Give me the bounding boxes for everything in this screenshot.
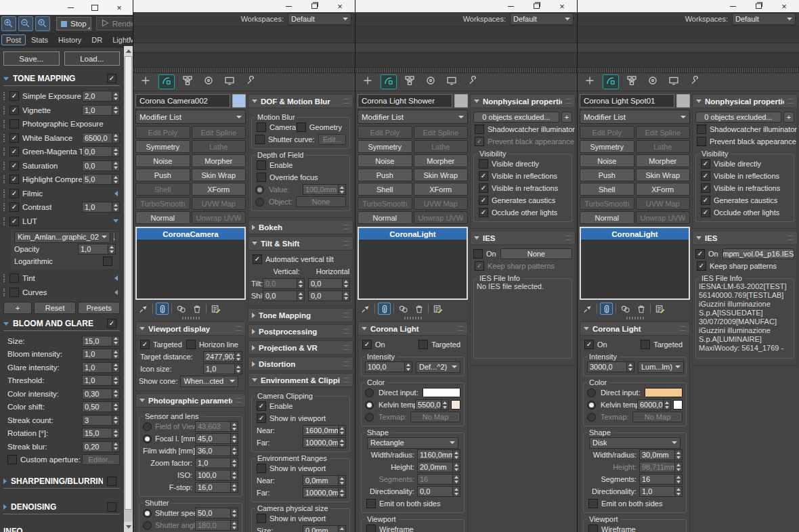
spinner-15-0[interactable]: 15,0	[82, 336, 120, 347]
button-no-map[interactable]: No Map	[632, 412, 683, 422]
checkbox-override-focus[interactable]	[257, 173, 266, 182]
checkbox-enable[interactable]: ✓	[257, 401, 266, 411]
check-geometry[interactable]: Geometry	[297, 123, 342, 132]
hierarchy-tab-button[interactable]	[624, 74, 640, 89]
spinner-arrows[interactable]	[112, 147, 119, 156]
check-on[interactable]: ✓On	[584, 340, 607, 349]
spinner-arrows[interactable]	[338, 426, 345, 435]
minimize-button[interactable]	[506, 2, 515, 10]
spinner-down-icon[interactable]	[112, 179, 119, 184]
button-presets[interactable]: Presets	[78, 302, 120, 314]
checkbox-visible-in-refractions[interactable]: ✓	[701, 183, 710, 193]
object-color-swatch[interactable]	[232, 94, 246, 108]
spinner-arrows[interactable]	[674, 450, 682, 460]
spinner-98-711mm[interactable]: 98,711mm	[639, 462, 683, 472]
close-button[interactable]: ×	[780, 2, 788, 10]
spinner-1-0[interactable]: 1,0	[203, 363, 242, 374]
spinner-up-icon[interactable]	[112, 91, 119, 96]
stack-item-selected[interactable]: CoronaLight	[581, 228, 689, 240]
modifier-button-symmetry[interactable]: Symmetry	[135, 140, 190, 153]
spinner-arrows[interactable]	[663, 400, 670, 409]
spinner-100-0mm[interactable]: 100,0mm	[303, 184, 346, 195]
dropdown-when-cted[interactable]: When...cted	[180, 376, 238, 387]
modifier-list-dropdown[interactable]: Modifier List	[358, 110, 468, 124]
checkbox-generates-caustics[interactable]: ✓	[479, 196, 488, 205]
checkbox-targeted[interactable]	[418, 340, 428, 349]
checkbox-occlude-other-lights[interactable]: ✓	[701, 208, 710, 217]
rollout-header-ies[interactable]: IES	[692, 231, 798, 245]
spinner-arrows[interactable]	[342, 279, 349, 288]
rollout-header-dof-motion-blur[interactable]: DOF & Motion Blur	[248, 94, 353, 108]
button-item[interactable]: ...	[112, 231, 116, 242]
spinner-16-0[interactable]: 16,0	[195, 482, 238, 493]
button-no-map[interactable]: No Map	[410, 412, 460, 422]
drag-handle[interactable]	[3, 274, 7, 282]
motion-tab-button[interactable]	[645, 74, 661, 89]
pin-stack-button[interactable]	[137, 303, 150, 315]
checkbox-occlude-other-lights[interactable]: ✓	[479, 208, 488, 217]
spinner-down-icon[interactable]	[112, 110, 119, 115]
spinner-up-icon[interactable]	[627, 362, 634, 367]
checkbox-shadowcatcher-illuminator[interactable]	[697, 125, 706, 134]
checkbox-wireframe[interactable]	[366, 525, 376, 532]
spinner-arrows[interactable]	[230, 446, 238, 456]
button-item[interactable]: +	[3, 302, 32, 314]
spinner-1-0[interactable]: 1,0	[82, 362, 120, 373]
restore-button[interactable]	[754, 2, 762, 10]
spinner-up-icon[interactable]	[297, 279, 304, 284]
check-on[interactable]: ✓On	[362, 340, 385, 349]
scrollbar-thumb[interactable]	[125, 56, 132, 510]
drag-handle[interactable]	[3, 288, 7, 296]
modifier-button-push[interactable]: Push	[135, 169, 190, 181]
spinner-down-icon[interactable]	[231, 426, 238, 431]
spinner-up-icon[interactable]	[231, 520, 238, 525]
spinner-3[interactable]: 3	[82, 415, 120, 426]
tab-dr[interactable]: DR	[87, 35, 107, 45]
spinner-up-icon[interactable]	[112, 161, 119, 166]
spinner-arrows[interactable]	[230, 458, 238, 468]
pin-stack-button[interactable]	[581, 303, 594, 315]
section-checkbox-bloom-and-glare[interactable]: ✓	[107, 319, 116, 328]
spinner-down-icon[interactable]	[112, 368, 119, 372]
hierarchy-tab-button[interactable]	[402, 74, 418, 89]
spinner-43-603[interactable]: 43,603	[195, 421, 238, 432]
checkbox-keep-sharp-patterns[interactable]: ✓	[697, 261, 706, 271]
zoom-in-button[interactable]	[1, 16, 16, 31]
section-checkbox-sharpening-blurring[interactable]	[107, 476, 116, 486]
spinner-arrows[interactable]	[112, 133, 119, 143]
checkbox-shutter-curve[interactable]	[255, 135, 265, 144]
display-tab-button[interactable]	[666, 74, 682, 89]
modifier-button-normal[interactable]: Normal	[580, 211, 634, 224]
checkbox-prevent-black-appearance[interactable]: ✓	[475, 137, 484, 146]
expanded-arrow-icon[interactable]	[113, 219, 118, 223]
spinner-arrows[interactable]	[112, 349, 119, 359]
rollout-header-corona-light[interactable]: Corona Light	[580, 322, 690, 336]
render-button[interactable]: Render	[96, 17, 133, 30]
spinner-arrows[interactable]	[452, 487, 460, 496]
check-show-in-viewport[interactable]: ✓Show in viewport	[257, 414, 326, 423]
spinner-100-0[interactable]: 100,0	[195, 470, 238, 481]
button-0-objects-excluded[interactable]: 0 objects excluded...	[695, 112, 781, 123]
spinner-6500-0[interactable]: 6500,0	[82, 133, 120, 143]
spinner-up-icon[interactable]	[235, 352, 242, 357]
spinner-down-icon[interactable]	[675, 479, 682, 484]
radio-texmap[interactable]	[365, 413, 374, 422]
spinner-arrows[interactable]	[441, 400, 448, 409]
spinner-up-icon[interactable]	[112, 363, 119, 368]
drag-handle[interactable]	[3, 175, 7, 183]
rollout-header-bokeh[interactable]: Bokeh	[248, 220, 353, 234]
spinner-up-icon[interactable]	[339, 488, 345, 493]
modifier-button-skin-wrap[interactable]: Skin Wrap	[192, 169, 246, 181]
spinner-up-icon[interactable]	[343, 279, 349, 284]
spinner-arrows[interactable]	[234, 364, 242, 374]
radio-texmap[interactable]	[587, 413, 596, 422]
spinner-arrows[interactable]	[112, 402, 119, 412]
spinner-up-icon[interactable]	[112, 147, 119, 152]
spinner-up-icon[interactable]	[235, 364, 242, 369]
modify-tab-button[interactable]	[158, 74, 175, 89]
spinner-1-0[interactable]: 1,0	[78, 244, 116, 254]
check-generates-caustics[interactable]: ✓Generates caustics	[701, 196, 777, 205]
modify-tab-button[interactable]	[603, 74, 619, 89]
rollout-header-nonphysical-properties[interactable]: Nonphysical properties	[470, 94, 576, 108]
radio-shutter-angle[interactable]	[143, 521, 152, 530]
